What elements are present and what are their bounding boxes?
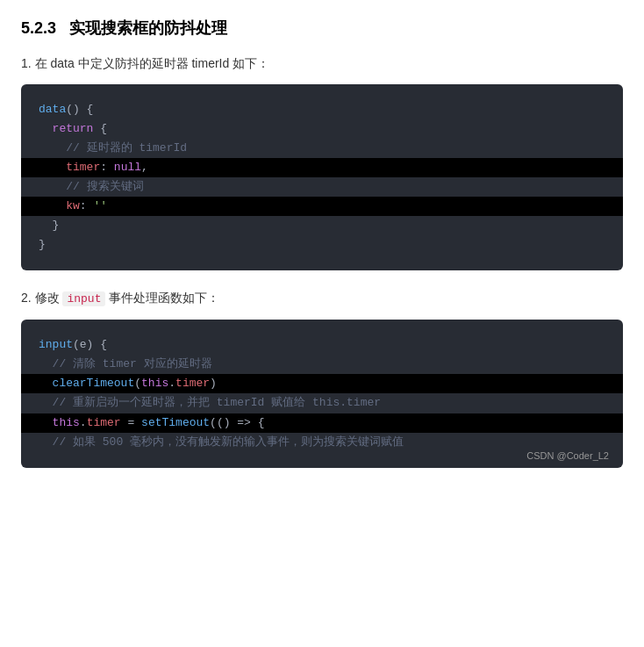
code-line: input(e) { xyxy=(39,338,107,351)
code-line: // 延时器的 timerId xyxy=(39,141,187,155)
code-line-highlighted: clearTimeout(this.timer) xyxy=(21,374,623,393)
code-line: // 清除 timer 对应的延时器 xyxy=(39,357,212,370)
code-line-highlighted: this.timer = setTimeout(() => { xyxy=(21,413,623,433)
step2-inline-code: input xyxy=(62,291,105,306)
code-line: return { xyxy=(39,122,107,135)
code-line: // 如果 500 毫秒内，没有触发新的输入事件，则为搜索关键词赋值 xyxy=(39,435,404,449)
code-line: } xyxy=(39,219,59,232)
code-line-highlighted: kw: '' xyxy=(21,197,623,216)
code-content-2: input(e) { // 清除 timer 对应的延时器 clearTimeo… xyxy=(39,335,605,452)
code-block-2: input(e) { // 清除 timer 对应的延时器 clearTimeo… xyxy=(21,320,623,468)
step2-prefix: 2. 修改 xyxy=(21,291,60,305)
section-title: 5.2.3 实现搜索框的防抖处理 xyxy=(21,18,623,40)
code-line: } xyxy=(39,238,46,251)
step2-suffix: 事件处理函数如下： xyxy=(109,291,219,305)
step1-text: 1. 在 data 中定义防抖的延时器 timerId 如下： xyxy=(21,54,623,73)
code-line: data() { xyxy=(39,103,93,116)
code-content-1: data() { return { // 延时器的 timerId timer:… xyxy=(39,100,605,255)
page-container: 5.2.3 实现搜索框的防抖处理 1. 在 data 中定义防抖的延时器 tim… xyxy=(21,18,623,468)
step1-label: 1. 在 data 中定义防抖的延时器 timerId 如下： xyxy=(21,56,269,70)
watermark-text: CSDN @Coder_L2 xyxy=(526,450,609,461)
code-line-highlighted: timer: null, xyxy=(21,158,623,177)
section-number: 5.2.3 xyxy=(21,19,56,37)
section-heading: 实现搜索框的防抖处理 xyxy=(69,19,227,37)
step2-text: 2. 修改 input 事件处理函数如下： xyxy=(21,288,623,309)
code-line: // 搜索关键词 xyxy=(39,180,144,193)
watermark: CSDN @Coder_L2 xyxy=(526,450,609,461)
code-line: // 重新启动一个延时器，并把 timerId 赋值给 this.timer xyxy=(39,396,381,409)
code-block-1: data() { return { // 延时器的 timerId timer:… xyxy=(21,84,623,271)
